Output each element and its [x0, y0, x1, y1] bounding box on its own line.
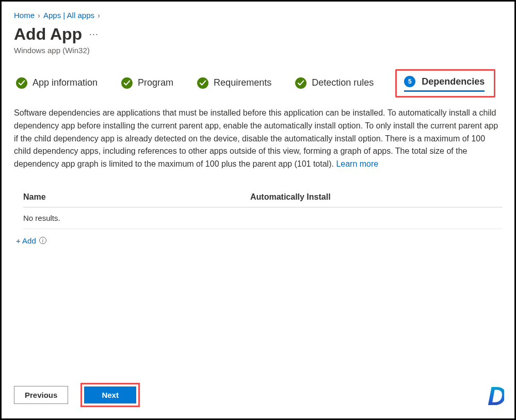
- check-icon: [16, 77, 27, 89]
- tab-requirements[interactable]: Requirements: [195, 74, 273, 93]
- breadcrumb: Home › Apps | All apps ›: [14, 11, 502, 20]
- tab-label: Dependencies: [422, 76, 485, 87]
- page-title: Add App: [14, 25, 82, 44]
- previous-button[interactable]: Previous: [14, 386, 68, 404]
- tab-program[interactable]: Program: [119, 74, 175, 93]
- tab-label: Requirements: [214, 77, 271, 88]
- next-button[interactable]: Next: [84, 386, 136, 403]
- no-results-text: No results.: [23, 214, 60, 222]
- add-dependency-row: + Add i: [16, 236, 502, 245]
- dependencies-table-header: Name Automatically Install: [23, 188, 502, 207]
- next-button-highlight: Next: [80, 383, 140, 407]
- check-icon: [295, 77, 307, 89]
- tab-dependencies[interactable]: 5 Dependencies: [395, 69, 495, 98]
- tab-label: Detection rules: [312, 77, 374, 88]
- check-icon: [121, 77, 133, 89]
- breadcrumb-apps[interactable]: Apps | All apps: [43, 11, 94, 20]
- step-number-badge: 5: [404, 76, 415, 87]
- wizard-tabs: App information Program Requirements Det…: [14, 69, 502, 98]
- chevron-right-icon: ›: [98, 11, 100, 20]
- chevron-right-icon: ›: [38, 11, 40, 20]
- tab-app-information[interactable]: App information: [14, 74, 100, 93]
- info-icon[interactable]: i: [39, 237, 46, 244]
- check-icon: [197, 77, 208, 89]
- tab-label: App information: [33, 77, 98, 88]
- page-subtitle: Windows app (Win32): [14, 46, 502, 55]
- column-name: Name: [23, 192, 250, 202]
- more-icon[interactable]: ···: [89, 29, 99, 40]
- description-text: Software dependencies are applications t…: [14, 108, 498, 168]
- breadcrumb-home[interactable]: Home: [14, 11, 35, 20]
- learn-more-link[interactable]: Learn more: [336, 159, 378, 168]
- add-dependency-link[interactable]: + Add: [16, 236, 36, 245]
- tab-label: Program: [138, 77, 173, 88]
- wizard-footer: Previous Next: [14, 383, 140, 407]
- table-row-empty: No results.: [23, 207, 502, 229]
- column-auto-install: Automatically Install: [250, 192, 502, 202]
- dependencies-description: Software dependencies are applications t…: [14, 107, 502, 171]
- watermark-logo: D: [488, 381, 504, 411]
- tab-detection-rules[interactable]: Detection rules: [293, 74, 376, 93]
